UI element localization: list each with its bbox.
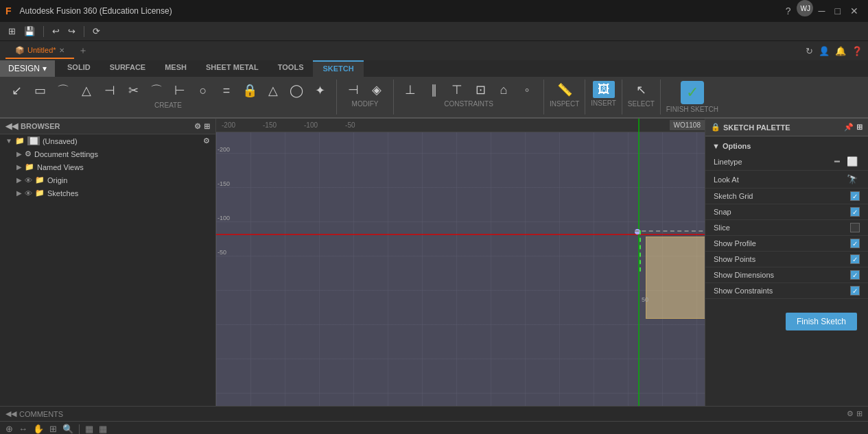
redo-btn[interactable]: ↪ <box>65 25 78 38</box>
maximize-btn[interactable]: □ <box>831 0 845 22</box>
palette-showprofile-row: Show Profile ✓ <box>705 236 868 252</box>
fit-icon[interactable]: ⊞ <box>49 424 57 434</box>
tab-untitled[interactable]: 📦 Untitled* ✕ <box>5 43 74 59</box>
showprofile-checkbox[interactable]: ✓ <box>850 239 860 248</box>
finish-sketch-ribbon-btn[interactable]: ✓ <box>681 81 704 104</box>
triangle-btn[interactable]: △ <box>75 82 97 99</box>
sketchgrid-checkbox[interactable]: ✓ <box>850 191 860 201</box>
arc-btn[interactable]: ⌒ <box>145 81 167 100</box>
linetype-construction-btn[interactable]: ⬜ <box>845 156 860 167</box>
browser-settings-icon[interactable]: ⚙ <box>194 122 201 131</box>
comments-add-icon[interactable]: ⊞ <box>856 409 863 418</box>
scissors-btn[interactable]: ✂ <box>122 82 144 99</box>
eye-icon[interactable]: 👁 <box>25 189 32 197</box>
lock-btn[interactable]: 🔒 <box>239 82 261 99</box>
constraint-btn1[interactable]: ⊥ <box>399 81 421 99</box>
add-tab-btn[interactable]: ＋ <box>74 45 92 57</box>
showdimensions-checkbox[interactable]: ✓ <box>850 270 860 280</box>
lookat-btn[interactable]: 🔭 <box>845 173 860 185</box>
sketch-palette-header: 🔒 SKETCH PALETTE 📌 ⊞ <box>705 119 868 136</box>
constraint-btn6[interactable]: ◦ <box>516 82 538 99</box>
slice-checkbox[interactable] <box>850 223 860 232</box>
browser-item-origin[interactable]: ▶ 👁 📁 Origin <box>0 173 215 186</box>
showpoints-checkbox[interactable]: ✓ <box>850 254 860 264</box>
inspect-tools: 📏 <box>554 81 576 99</box>
select-label: SELECT <box>628 100 655 108</box>
account-nav-icon[interactable]: 👤 <box>819 46 830 56</box>
design-dropdown-btn[interactable]: DESIGN ▾ <box>0 60 55 77</box>
palette-options-header[interactable]: ▼ Options <box>705 139 868 153</box>
pin-icon2[interactable]: 📌 <box>844 123 854 132</box>
inspect-btn[interactable]: 📏 <box>554 81 576 99</box>
history-btn[interactable]: ⟳ <box>90 25 103 38</box>
triangle2-btn[interactable]: △ <box>262 82 284 99</box>
browser-item-doc-settings[interactable]: ▶ ⚙ Document Settings <box>0 147 215 160</box>
move-icon[interactable]: ⊕ <box>5 424 13 434</box>
sketch-palette-panel: 🔒 SKETCH PALETTE 📌 ⊞ ▼ Options Linetype … <box>705 119 868 406</box>
constraint-btn2[interactable]: ∥ <box>423 81 445 99</box>
line-btn[interactable]: ↙ <box>5 82 27 99</box>
qa-separator2 <box>84 26 84 37</box>
circle-btn[interactable]: ○ <box>192 82 214 99</box>
collapse-comments-icon[interactable]: ◀◀ <box>5 409 16 418</box>
ribbon-group-insert: 🖼 INSERT <box>585 80 622 114</box>
snap-checkbox[interactable]: ✓ <box>850 207 860 217</box>
comments-settings-icon[interactable]: ⚙ <box>847 409 854 418</box>
axis-label-neg50: -50 <box>218 249 226 256</box>
rectangle-btn[interactable]: ▭ <box>29 82 51 99</box>
browser-item-sketches[interactable]: ▶ 👁 📁 Sketches <box>0 186 215 200</box>
ribbon-tab-solid[interactable]: SOLID <box>58 60 100 77</box>
save-btn[interactable]: 💾 <box>21 25 38 38</box>
canvas-insert-btn[interactable]: 🖼 <box>593 81 615 98</box>
canvas-area[interactable]: -200 -150 -100 -50 WO1108 -200 -150 -100… <box>216 119 705 406</box>
constraint-btn4[interactable]: ⊡ <box>469 81 491 99</box>
constraint-btn3[interactable]: ⊤ <box>446 81 468 99</box>
expand-icon2[interactable]: ⊞ <box>856 123 863 132</box>
linetype-actions: ━ ⬜ <box>832 156 860 167</box>
snip-btn[interactable]: ✦ <box>309 82 331 99</box>
help-nav-icon[interactable]: ❓ <box>852 46 863 56</box>
ribbon-group-finish: ✓ FINISH SKETCH <box>661 80 724 114</box>
grid-menu-btn[interactable]: ⊞ <box>5 25 19 38</box>
showconstraints-checkbox[interactable]: ✓ <box>850 286 860 296</box>
close-btn[interactable]: ✕ <box>846 0 863 22</box>
settings-icon[interactable]: ⚙ <box>203 136 210 145</box>
minimize-btn[interactable]: ─ <box>814 0 830 22</box>
browser-collapse-btn[interactable]: ◀◀ <box>5 121 18 131</box>
ribbon-tab-tools[interactable]: TOOLS <box>268 60 314 77</box>
browser-item-unsaved[interactable]: ▼ 📁 ⬜ (Unsaved) ⚙ <box>0 134 215 147</box>
eye-icon[interactable]: 👁 <box>25 176 32 184</box>
pan-icon[interactable]: ✋ <box>33 424 44 434</box>
grid-view-icon[interactable]: ▦ <box>85 424 93 434</box>
constraint-btn5[interactable]: ⌂ <box>493 82 515 99</box>
help-icon-btn[interactable]: ? <box>782 0 795 22</box>
polyline-btn[interactable]: ⌒ <box>52 81 74 100</box>
finish-sketch-palette-btn[interactable]: Finish Sketch <box>786 313 857 330</box>
linetype-solid-btn[interactable]: ━ <box>832 156 842 167</box>
notification-icon[interactable]: 🔔 <box>835 46 846 56</box>
browser-add-icon[interactable]: ⊞ <box>204 122 210 131</box>
select-btn[interactable]: ↖ <box>630 81 652 99</box>
browser-item-named-views[interactable]: ▶ 📁 Named Views <box>0 160 215 173</box>
account-btn[interactable]: WJ <box>797 0 813 16</box>
ribbon-tab-surface[interactable]: SURFACE <box>100 60 156 77</box>
zoom-icon[interactable]: 🔍 <box>62 424 73 434</box>
orbit-icon[interactable]: ↔ <box>19 424 27 434</box>
dimension-btn[interactable]: ⊣ <box>99 82 121 99</box>
display-settings-icon[interactable]: ▦ <box>99 424 107 434</box>
ribbon-tab-sketch[interactable]: SKETCH <box>313 60 363 77</box>
tab-close-icon[interactable]: ✕ <box>59 47 64 54</box>
refresh-icon[interactable]: ↻ <box>806 46 813 56</box>
ruler-label: -200 <box>222 121 235 129</box>
ribbon-tab-sheet-metal[interactable]: SHEET METAL <box>196 60 268 77</box>
ribbon-tab-bar: DESIGN ▾ SOLID SURFACE MESH SHEET METAL … <box>0 60 868 77</box>
showpoints-label: Show Points <box>714 255 755 263</box>
modify-btn1[interactable]: ⊣ <box>342 81 364 99</box>
undo-btn[interactable]: ↩ <box>49 25 62 38</box>
ribbon-tab-mesh[interactable]: MESH <box>155 60 196 77</box>
line2-btn[interactable]: ⊢ <box>169 82 191 99</box>
equal-btn[interactable]: = <box>215 82 237 99</box>
ellipse-btn[interactable]: ◯ <box>285 82 307 99</box>
inspect-label: INSPECT <box>550 100 579 108</box>
modify-btn2[interactable]: ◈ <box>366 81 388 99</box>
